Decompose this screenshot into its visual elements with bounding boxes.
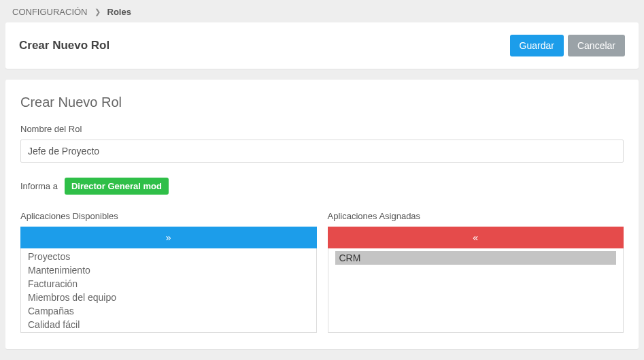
move-right-button[interactable]: » xyxy=(20,227,317,248)
form-card: Crear Nuevo Rol Nombre del Rol Informa a… xyxy=(5,80,639,349)
list-item[interactable]: Mantenimiento xyxy=(28,263,309,277)
breadcrumb-current: Roles xyxy=(107,7,131,17)
reports-to-row: Informa a Director General mod xyxy=(20,178,624,195)
available-listbox[interactable]: Orden de trabajo Proyectos Mantenimiento… xyxy=(20,248,317,333)
list-item[interactable]: CRM xyxy=(335,251,617,265)
chevron-right-icon: ❯ xyxy=(95,7,101,16)
reports-to-label: Informa a xyxy=(20,181,58,191)
role-name-label: Nombre del Rol xyxy=(20,124,624,134)
assigned-label: Aplicaciones Asignadas xyxy=(328,211,624,221)
header-card: Crear Nuevo Rol Guardar Cancelar xyxy=(5,22,639,69)
reports-to-badge[interactable]: Director General mod xyxy=(65,178,169,195)
cancel-button[interactable]: Cancelar xyxy=(568,35,625,56)
list-item[interactable]: Campañas xyxy=(28,304,309,318)
list-item[interactable]: Miembros del equipo xyxy=(28,291,309,304)
header-actions: Guardar Cancelar xyxy=(510,35,625,56)
assigned-column: Aplicaciones Asignadas « CRM xyxy=(328,211,624,333)
available-column: Aplicaciones Disponibles » Orden de trab… xyxy=(20,211,317,333)
list-item[interactable]: Facturación xyxy=(28,277,309,291)
move-left-button[interactable]: « xyxy=(328,227,624,248)
role-name-input[interactable] xyxy=(20,140,624,163)
list-item[interactable]: Calidad fácil xyxy=(28,318,309,331)
breadcrumb-root[interactable]: CONFIGURACIÓN xyxy=(12,7,88,17)
page-title: Crear Nuevo Rol xyxy=(19,39,109,52)
panel-title: Crear Nuevo Rol xyxy=(20,95,624,110)
assigned-listbox[interactable]: CRM xyxy=(328,248,624,333)
breadcrumb: CONFIGURACIÓN ❯ Roles xyxy=(0,0,644,22)
save-button[interactable]: Guardar xyxy=(510,35,564,56)
list-item[interactable]: Proyectos xyxy=(28,250,309,263)
dual-list: Aplicaciones Disponibles » Orden de trab… xyxy=(20,211,624,333)
available-label: Aplicaciones Disponibles xyxy=(20,211,317,221)
